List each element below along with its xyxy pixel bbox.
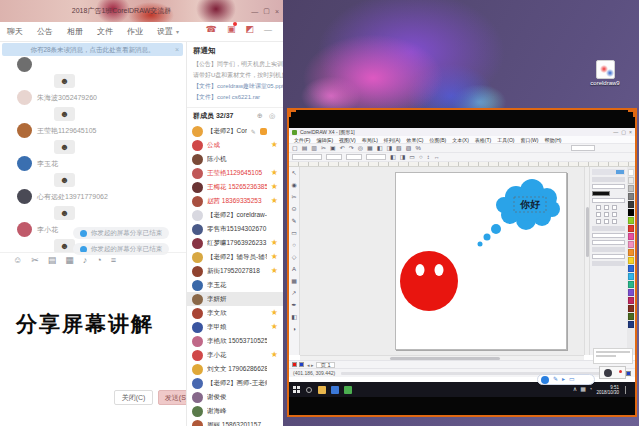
close-icon[interactable]: ×: [275, 8, 279, 15]
avatar[interactable]: [17, 123, 32, 138]
toolbar-icon[interactable]: ▣: [330, 145, 336, 152]
member-row[interactable]: 王莹艳1129645105 ✎ ★: [187, 166, 283, 180]
restore-icon[interactable]: ▢: [263, 7, 270, 15]
docker-field[interactable]: [592, 233, 625, 238]
unread-banner[interactable]: 你有28条未读消息，点击此处查看新消息。 ×: [2, 43, 183, 56]
menu-item[interactable]: 文本(X): [449, 137, 472, 143]
member-row[interactable]: 红梦嘛17963926233 ✎ ★: [187, 236, 283, 250]
restore-icon[interactable]: ▢: [621, 129, 626, 135]
avatar[interactable]: [192, 196, 203, 207]
voice-call-icon[interactable]: ☎: [206, 24, 217, 34]
tool-icon[interactable]: ▦: [291, 275, 297, 287]
avatar[interactable]: [192, 364, 203, 375]
tool-icon[interactable]: ↗: [291, 287, 296, 299]
palette-color[interactable]: [628, 249, 634, 256]
avatar[interactable]: [192, 168, 203, 179]
menu-item[interactable]: 效果(C): [404, 137, 427, 143]
avatar[interactable]: [17, 90, 32, 105]
toolbar-icon[interactable]: ☺: [13, 255, 22, 265]
document-color-swatch[interactable]: [299, 362, 304, 367]
member-row[interactable]: 赵茜 18369335253 ✎ ★: [187, 194, 283, 208]
docker-field[interactable]: [592, 254, 625, 259]
member-row[interactable]: 谢海峰 ✎ ★: [187, 404, 283, 418]
tool-icon[interactable]: ⊙: [291, 203, 296, 215]
toolbar-icon[interactable]: ▦: [367, 145, 373, 152]
docker-section-header[interactable]: [592, 261, 625, 266]
menu-item[interactable]: 编辑(E): [313, 137, 336, 143]
palette-color[interactable]: [628, 281, 634, 288]
palette-color[interactable]: [628, 209, 634, 216]
avatar[interactable]: [192, 280, 203, 291]
qq-titlebar[interactable]: 2018广告1班CorelDRAW交流群 — ▢ ×: [0, 0, 283, 22]
docker-field[interactable]: [592, 240, 625, 245]
palette-color[interactable]: [628, 265, 634, 272]
member-row[interactable]: 李甲娘 ✎ ★: [187, 320, 283, 334]
toolbar-icon[interactable]: ▥: [311, 145, 317, 152]
avatar[interactable]: [192, 238, 203, 249]
docker-tab-bar[interactable]: [592, 169, 625, 175]
tool-icon[interactable]: ◑: [292, 323, 296, 335]
search-icon[interactable]: ◎: [269, 112, 277, 119]
tray-icon[interactable]: ◔: [589, 386, 593, 393]
tool-icon[interactable]: A: [292, 263, 296, 275]
toolbar-icon[interactable]: ▭: [409, 154, 415, 161]
palette-color[interactable]: [628, 225, 634, 232]
docker-section-header[interactable]: [592, 226, 625, 231]
palette-color[interactable]: [628, 321, 634, 328]
tool-icon[interactable]: ✎: [291, 215, 296, 227]
avatar[interactable]: [17, 156, 32, 171]
docker-field[interactable]: [592, 198, 625, 203]
toolbar-icon[interactable]: ▢: [292, 145, 298, 152]
member-row[interactable]: 李文欣 ✎ ★: [187, 306, 283, 320]
avatar[interactable]: [192, 336, 203, 347]
menu-item[interactable]: 表格(T): [472, 137, 494, 143]
collapse-icon[interactable]: —: [264, 25, 272, 34]
menu-item[interactable]: 视图(V): [336, 137, 359, 143]
pen-icon[interactable]: ✎: [553, 376, 558, 383]
add-member-icon[interactable]: ⊕: [257, 112, 265, 119]
avatar[interactable]: [192, 294, 203, 305]
screen-share-icon[interactable]: ◩: [245, 24, 254, 34]
close-icon[interactable]: ×: [175, 43, 179, 56]
avatar[interactable]: [192, 154, 203, 165]
member-row[interactable]: 【老师2】CorelDraw-李老师 ✎ ★: [187, 124, 283, 138]
tool-icon[interactable]: ○: [292, 239, 296, 251]
palette-color[interactable]: [628, 169, 634, 176]
page-nav-arrows[interactable]: ◂ ▸: [307, 362, 313, 368]
member-row[interactable]: 零售市15194302670 ✎ ★: [187, 222, 283, 236]
member-row[interactable]: 李玉花 ✎ ★: [187, 278, 283, 292]
chevron-down-icon[interactable]: ▾: [176, 28, 179, 35]
member-list[interactable]: 【老师2】CorelDraw-李老师 ✎ ★ 公成 ✎ ★: [187, 124, 283, 426]
toolbar-icon[interactable]: ◨: [400, 154, 406, 161]
member-row[interactable]: 【老师2】coreldraw-李老师2 ✎ ★: [187, 208, 283, 222]
palette-color[interactable]: [628, 289, 634, 296]
toolbar-icon[interactable]: ↷: [349, 145, 354, 152]
document-color-swatch[interactable]: [292, 362, 297, 367]
member-row[interactable]: 王梅花 15265236385 ✎ ★: [187, 180, 283, 194]
toolbar-icon[interactable]: ◧: [377, 145, 383, 152]
page-tab[interactable]: 页 1: [316, 362, 334, 368]
close-button[interactable]: 关闭(C): [114, 390, 153, 405]
docker-field[interactable]: [592, 184, 625, 189]
avatar[interactable]: [192, 182, 203, 193]
toolbar-icon[interactable]: ♪: [83, 255, 88, 265]
tab[interactable]: 聊天: [0, 22, 30, 42]
docker-active-tab[interactable]: [616, 170, 624, 174]
tool-icon[interactable]: ◧: [291, 311, 297, 323]
zoom-level-box[interactable]: [571, 145, 595, 151]
toolbar-icon[interactable]: ◧: [390, 154, 396, 161]
screen-share-toolbar[interactable]: ✎ ▸ ▭: [537, 374, 595, 385]
share-corner-handle[interactable]: [628, 108, 637, 117]
toolbar-icon[interactable]: ✂: [31, 255, 39, 265]
avatar[interactable]: [192, 350, 203, 361]
tool-icon[interactable]: ✂: [291, 191, 296, 203]
arrow-icon[interactable]: ▸: [562, 376, 565, 383]
height-field[interactable]: [346, 154, 362, 160]
tool-icon[interactable]: ✒: [291, 299, 296, 311]
share-corner-handle[interactable]: [287, 108, 296, 117]
menu-item[interactable]: 窗口(W): [517, 137, 541, 143]
close-icon[interactable]: ×: [629, 129, 632, 135]
taskbar-app-icon[interactable]: [318, 386, 326, 394]
palette-color[interactable]: [628, 305, 634, 312]
toolbar-icon[interactable]: ≡: [111, 255, 116, 265]
